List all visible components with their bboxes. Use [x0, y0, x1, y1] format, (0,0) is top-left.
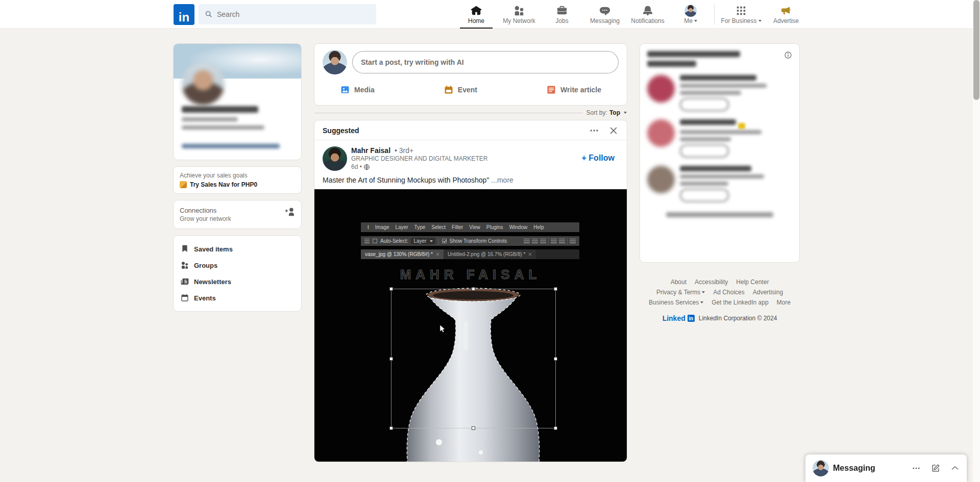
blurred-follow-button[interactable]: [680, 98, 729, 111]
blurred-follow-button[interactable]: [680, 189, 729, 202]
sidebar-item-groups[interactable]: Groups: [174, 257, 301, 273]
recommended-follow-entry[interactable]: [647, 119, 792, 158]
profile-card[interactable]: [174, 44, 301, 160]
nav-jobs[interactable]: Jobs: [541, 0, 583, 29]
linkedin-logo[interactable]: in: [174, 4, 194, 25]
transform-handle[interactable]: [472, 426, 475, 430]
see-more-link[interactable]: ...more: [491, 176, 513, 184]
globe-icon: [363, 164, 370, 170]
premium-badge-blurred: [738, 123, 745, 129]
footer-link-about[interactable]: About: [671, 278, 687, 286]
write-article-label: Write article: [560, 86, 601, 94]
advertise-icon: [780, 5, 792, 17]
footer-link-more[interactable]: More: [777, 299, 791, 306]
jobs-icon: [556, 5, 568, 17]
footer-links: About Accessibility Help Center Privacy …: [646, 278, 794, 306]
footer-link-business-services[interactable]: Business Services: [649, 299, 703, 306]
recommendations-card: [640, 44, 799, 262]
connections-subtitle: Grow your network: [180, 215, 231, 222]
groups-icon: [181, 261, 189, 269]
person-add-icon[interactable]: [285, 207, 295, 217]
nav-divider: [714, 4, 715, 24]
nav-me[interactable]: Me: [669, 0, 712, 29]
scrollbar-thumb[interactable]: [973, 0, 979, 100]
info-icon[interactable]: [784, 51, 792, 59]
search-box[interactable]: [199, 4, 376, 24]
calendar-icon: [181, 294, 189, 302]
messaging-dock-title: Messaging: [833, 464, 875, 473]
connections-card[interactable]: Connections Grow your network: [174, 200, 301, 229]
transform-handle[interactable]: [389, 357, 393, 361]
nav-me-label: Me: [684, 17, 693, 24]
post-author-name[interactable]: Mahr Faisal: [351, 146, 390, 155]
sidebar-item-events[interactable]: Events: [174, 290, 301, 306]
notifications-icon: [642, 5, 653, 17]
compose-icon[interactable]: [931, 464, 940, 473]
nav-advertise[interactable]: Advertise: [766, 0, 806, 29]
event-button[interactable]: Event: [439, 80, 481, 100]
shortcut-label: Saved items: [194, 245, 233, 253]
transform-handle[interactable]: [389, 426, 393, 430]
transform-handle[interactable]: [554, 287, 557, 291]
nav-notifications[interactable]: Notifications: [626, 0, 669, 29]
profile-avatar-blurred[interactable]: [182, 62, 225, 105]
nav-messaging[interactable]: Messaging: [583, 0, 626, 29]
nav-my-network-label: My Network: [503, 17, 535, 24]
page-scrollbar[interactable]: [973, 0, 980, 482]
transform-handle[interactable]: [389, 287, 393, 291]
chevron-down-icon: [624, 112, 627, 114]
search-input[interactable]: [217, 10, 370, 18]
sort-by-dropdown[interactable]: Sort by: Top: [586, 109, 627, 116]
nav-for-business[interactable]: For Business: [717, 0, 766, 29]
linkedin-logo-text: in: [179, 11, 189, 23]
blurred-entry-name: [680, 119, 736, 125]
chevron-up-icon[interactable]: [950, 464, 960, 473]
blurred-entry-headline: [680, 182, 728, 186]
recommended-follow-entry[interactable]: [647, 166, 792, 202]
blurred-entry-name: [680, 166, 751, 171]
blurred-card-title-line2: [647, 61, 696, 67]
media-icon: [340, 85, 350, 95]
sales-nav-icon: [180, 181, 187, 188]
transform-handle[interactable]: [554, 357, 557, 361]
footer-link-ad-choices[interactable]: Ad Choices: [713, 289, 744, 296]
post-close-icon[interactable]: [608, 125, 619, 136]
post-author-headline: GRAPHIC DESIGNER AND DIGITAL MARKETER: [351, 155, 487, 162]
transform-handle[interactable]: [472, 287, 475, 291]
sales-nav-cta[interactable]: Try Sales Nav for PHP0: [180, 181, 295, 188]
feed: Start a post, try writing with AI Media …: [314, 44, 627, 462]
transform-bounding-box[interactable]: [391, 289, 556, 428]
footer-link-accessibility[interactable]: Accessibility: [695, 278, 728, 286]
post-image-photoshop-screenshot[interactable]: t Image Layer Type Select Filter View Pl…: [314, 189, 627, 462]
linkedin-wordmark[interactable]: Linked: [663, 314, 685, 322]
transform-handle[interactable]: [554, 426, 557, 430]
footer-link-get-app[interactable]: Get the LinkedIn app: [712, 299, 768, 306]
my-network-icon: [513, 5, 525, 17]
blurred-view-all-link[interactable]: [666, 212, 773, 217]
follow-button[interactable]: + Follow: [578, 151, 619, 165]
shortcut-label: Events: [194, 294, 216, 302]
nav-for-business-label: For Business: [721, 17, 756, 24]
footer-link-privacy-terms[interactable]: Privacy & Terms: [656, 289, 705, 296]
composer-avatar[interactable]: [323, 50, 347, 74]
recommended-follow-entry[interactable]: [647, 75, 792, 111]
nav-home[interactable]: Home: [455, 0, 498, 29]
footer-link-help-center[interactable]: Help Center: [736, 278, 769, 286]
media-button[interactable]: Media: [336, 80, 379, 100]
start-post-button[interactable]: Start a post, try writing with AI: [352, 51, 619, 73]
dock-more-icon[interactable]: [912, 464, 921, 473]
newsletter-icon: [181, 277, 189, 286]
messaging-dock[interactable]: Messaging: [805, 454, 967, 482]
me-avatar: [684, 5, 697, 17]
footer-link-advertising[interactable]: Advertising: [753, 289, 783, 296]
nav-my-network[interactable]: My Network: [498, 0, 541, 29]
post-more-icon[interactable]: [589, 125, 599, 136]
grid-icon: [736, 5, 747, 17]
post-author-avatar[interactable]: [323, 146, 347, 171]
blurred-entry-headline: [680, 91, 741, 95]
blurred-follow-button[interactable]: [680, 144, 729, 158]
messaging-icon: [599, 5, 610, 17]
sidebar-item-newsletters[interactable]: Newsletters: [174, 273, 301, 290]
write-article-button[interactable]: Write article: [542, 80, 605, 100]
sidebar-item-saved-items[interactable]: Saved items: [174, 241, 301, 257]
